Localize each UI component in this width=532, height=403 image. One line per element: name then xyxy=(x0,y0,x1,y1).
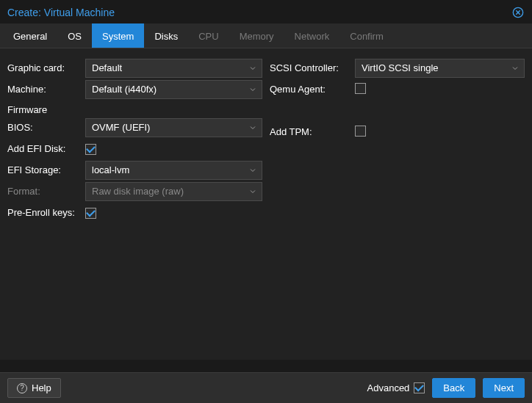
add-efi-disk-checkbox[interactable] xyxy=(85,144,96,155)
machine-value: Default (i440fx) xyxy=(92,84,157,95)
chevron-down-icon xyxy=(248,85,257,94)
qemu-agent-label: Qemu Agent: xyxy=(270,84,355,95)
advanced-label: Advanced xyxy=(367,382,410,393)
footer: ? Help Advanced Back Next xyxy=(0,372,532,403)
help-icon: ? xyxy=(17,383,27,393)
tab-system[interactable]: System xyxy=(92,23,144,48)
tab-os[interactable]: OS xyxy=(57,23,92,48)
close-icon[interactable] xyxy=(511,6,525,19)
chevron-down-icon xyxy=(248,123,257,132)
chevron-down-icon xyxy=(511,64,520,73)
machine-label: Machine: xyxy=(7,84,85,95)
tab-confirm: Confirm xyxy=(339,23,394,48)
advanced-toggle[interactable]: Advanced xyxy=(367,382,425,393)
add-tpm-label: Add TPM: xyxy=(270,126,355,137)
tab-memory: Memory xyxy=(229,23,284,48)
pre-enroll-keys-label: Pre-Enroll keys: xyxy=(7,207,85,218)
bios-value: OVMF (UEFI) xyxy=(92,122,150,133)
chevron-down-icon xyxy=(248,64,257,73)
add-tpm-checkbox[interactable] xyxy=(355,126,366,137)
left-column: Graphic card: Default Machine: Default (… xyxy=(7,57,262,351)
graphic-card-select[interactable]: Default xyxy=(85,59,262,78)
tab-network: Network xyxy=(284,23,340,48)
help-button[interactable]: ? Help xyxy=(7,378,61,398)
format-value: Raw disk image (raw) xyxy=(92,186,184,197)
graphic-card-value: Default xyxy=(92,62,122,73)
format-select: Raw disk image (raw) xyxy=(85,182,262,201)
efi-storage-select[interactable]: local-lvm xyxy=(85,161,262,180)
footer-right: Advanced Back Next xyxy=(367,378,525,398)
format-label: Format: xyxy=(7,186,85,197)
titlebar: Create: Virtual Machine xyxy=(0,0,532,23)
efi-storage-value: local-lvm xyxy=(92,164,129,175)
back-button[interactable]: Back xyxy=(432,378,475,398)
scsi-controller-select[interactable]: VirtIO SCSI single xyxy=(355,59,525,78)
firmware-section-label: Firmware xyxy=(7,100,262,117)
chevron-down-icon xyxy=(248,166,257,175)
tab-disks[interactable]: Disks xyxy=(144,23,188,48)
add-efi-disk-label: Add EFI Disk: xyxy=(7,143,85,154)
help-button-label: Help xyxy=(32,382,51,393)
tabbar: General OS System Disks CPU Memory Netwo… xyxy=(0,23,532,48)
scsi-controller-label: SCSI Controller: xyxy=(270,62,355,73)
tab-general[interactable]: General xyxy=(3,23,57,48)
right-column: SCSI Controller: VirtIO SCSI single Qemu… xyxy=(270,57,525,351)
form-body: Graphic card: Default Machine: Default (… xyxy=(0,48,532,360)
tab-cpu: CPU xyxy=(188,23,229,48)
advanced-checkbox[interactable] xyxy=(414,382,425,393)
window-title: Create: Virtual Machine xyxy=(7,7,115,18)
pre-enroll-keys-checkbox[interactable] xyxy=(85,208,96,219)
qemu-agent-checkbox[interactable] xyxy=(355,83,366,94)
scsi-controller-value: VirtIO SCSI single xyxy=(362,62,439,73)
machine-select[interactable]: Default (i440fx) xyxy=(85,80,262,99)
next-button[interactable]: Next xyxy=(483,378,525,398)
bios-select[interactable]: OVMF (UEFI) xyxy=(85,118,262,137)
bios-label: BIOS: xyxy=(7,122,85,133)
efi-storage-label: EFI Storage: xyxy=(7,164,85,175)
chevron-down-icon xyxy=(248,187,257,196)
graphic-card-label: Graphic card: xyxy=(7,62,85,73)
